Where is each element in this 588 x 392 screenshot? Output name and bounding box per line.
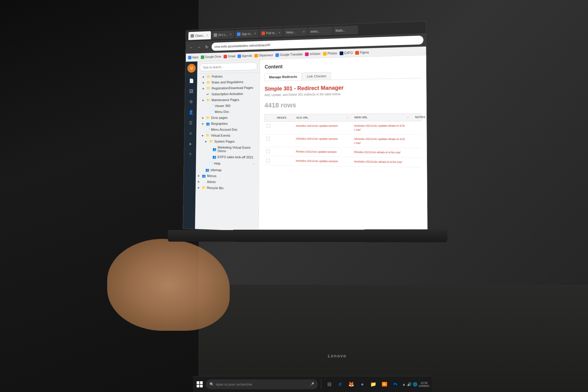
sidebar-icon-settings[interactable]: ⚙ <box>186 97 196 107</box>
bookmark-depanneur[interactable]: Dépanneur <box>254 53 273 57</box>
browser-tab-2[interactable]: (9+) L... ✕ <box>212 30 234 39</box>
tab-close-5[interactable]: ✕ <box>303 30 305 33</box>
folder-icon-policies: 📁 <box>207 75 211 78</box>
row-regex-4 <box>277 159 295 159</box>
row-new-url-3[interactable]: /fr/esko-2021/c4c-whats-in-it-for-me/ <box>354 150 406 155</box>
tree-item-error[interactable]: ▶ 📁 Error pages <box>197 115 259 121</box>
sys-clock: 12:34 12/05/21 <box>419 381 429 387</box>
sidebar-icon-content[interactable]: 📄 <box>186 76 196 85</box>
tab-label-7: Mails... <box>336 28 345 32</box>
search-box <box>197 60 260 74</box>
taskbar-app-photoshop[interactable]: Ps <box>390 379 400 389</box>
row-checkbox-2[interactable] <box>266 137 270 141</box>
reload-button[interactable]: ↻ <box>204 44 210 51</box>
sys-network-icon[interactable]: 🌐 <box>413 382 417 386</box>
row-checkbox-3[interactable] <box>266 150 270 153</box>
sys-volume-icon[interactable]: 🔊 <box>407 382 412 386</box>
folder-icon-rules: 📁 <box>207 81 211 84</box>
sort-old-url[interactable]: ↕ <box>347 116 353 119</box>
row-new-url-4[interactable]: /en/esko-2021/c4c-whats-in-it-for-me/ <box>354 160 406 164</box>
windows-start-button[interactable] <box>195 380 204 389</box>
tree-item-recycle[interactable]: ▶ 📁 Recycle Bin <box>195 184 258 192</box>
browser-tab-5[interactable]: Velso... ✕ <box>284 27 307 36</box>
bookmark-invision[interactable]: InVision <box>305 52 320 56</box>
browser-tab-3[interactable]: Sign in... ✕ <box>235 29 258 39</box>
col-header-new-url: NEW URL <box>354 115 406 119</box>
row-checkbox-4[interactable] <box>266 159 270 162</box>
back-button[interactable]: ← <box>188 44 194 51</box>
bookmark-gmail[interactable]: Gmail <box>224 55 235 58</box>
bookmark-label-translate: Google Translate <box>280 53 303 57</box>
tree-arrow-registration: ▶ <box>203 87 205 90</box>
tree-item-menudoc[interactable]: 📄 Menu Doc <box>197 108 259 115</box>
tab-favicon-3 <box>237 32 240 36</box>
browser-tab-7[interactable]: Mails... <box>333 25 358 35</box>
taskbar-search[interactable]: 🔍 taper ici pour rechercher 🎤 <box>206 379 318 389</box>
row-old-url-2[interactable]: /zh/esko-2021/c4c-update-session <box>296 137 345 141</box>
bookmark-favicon-apps <box>188 56 191 59</box>
tree-item-viewer360[interactable]: 📄 Viewer 360 <box>197 103 259 109</box>
sidebar-icon-deploy[interactable]: ➤ <box>185 139 195 149</box>
sidebar-icon-forms[interactable]: ☰ <box>186 118 196 127</box>
tree-item-help[interactable]: 📄 Help ··· <box>196 160 259 168</box>
bookmark-exfo[interactable]: EXFO <box>340 51 353 55</box>
sidebar-icon-users[interactable]: 👤 <box>186 107 196 117</box>
tab-close-3[interactable]: ✕ <box>254 32 256 35</box>
browser-tab-4[interactable]: Pull re... ✕ <box>259 28 283 38</box>
tree-label-maintenance: Maintenance Pages <box>211 98 257 102</box>
browser-tab-active[interactable]: Chanc... ✕ <box>188 31 211 40</box>
tree-item-virtualevents[interactable]: ▶ 📁 Virtual Events <box>196 132 259 138</box>
forward-button[interactable]: → <box>196 44 202 50</box>
bookmark-apps[interactable]: Apps <box>188 55 198 59</box>
rows-count: 4418 rows <box>264 100 421 109</box>
taskbar-app-illustrator[interactable]: Ai <box>379 379 389 389</box>
row-old-url-3[interactable]: /fr/esko-2021/c4c-update-session <box>296 150 345 154</box>
sys-tray-arrow[interactable]: ▲ <box>402 382 406 386</box>
tab-close-2[interactable]: ✕ <box>230 33 232 36</box>
row-old-url-1[interactable]: /es/esko-2021/c4c-update-session <box>296 124 345 128</box>
taskbar-mic-icon[interactable]: 🎤 <box>310 382 314 386</box>
tab-link-checker[interactable]: Link Checker <box>302 72 331 80</box>
sidebar-icon-list[interactable]: ≡ <box>185 129 195 138</box>
bookmark-figma[interactable]: Figma <box>355 51 369 55</box>
search-input[interactable] <box>199 62 257 71</box>
bookmark-agenda[interactable]: Agenda <box>238 54 252 58</box>
task-view-icon: ⊟ <box>327 381 331 387</box>
tab-manage-redirects[interactable]: Manage Redirects <box>265 73 302 81</box>
row-new-url-1[interactable]: /es/esko-2021/c4c-update-whats-in-it-for… <box>354 124 405 132</box>
tab-favicon-2 <box>214 33 217 37</box>
tree-label-rules: Rules and Regulations <box>212 80 257 84</box>
taskbar-app-task-view[interactable]: ⊟ <box>324 379 334 389</box>
folder-icon-systempages: 📁 <box>209 140 213 143</box>
taskbar-app-chrome[interactable]: ● <box>357 379 367 389</box>
tree-item-exfosales[interactable]: 👥 EXFO sales kick-off 2021 <box>196 154 259 160</box>
taskbar-app-explorer[interactable]: 📁 <box>368 379 378 389</box>
tab-close-icon[interactable]: ✕ <box>206 34 209 37</box>
tree-arrow-admin: ▶ <box>198 180 201 183</box>
tree-item-subscription[interactable]: ↩ Subscription Activation <box>197 91 260 97</box>
tree-item-maintenance[interactable]: ▶ 📁 Maintenance Pages <box>197 96 260 103</box>
tree-context-menu[interactable]: ··· <box>251 161 257 166</box>
tree-item-systempages[interactable]: ▶ 📁 System Pages <box>196 138 259 145</box>
bookmark-translate[interactable]: Google Translate <box>276 52 303 57</box>
browser-tab-6[interactable]: webs... <box>308 26 333 36</box>
tab-label-4: Pull re... <box>266 31 277 35</box>
sidebar-icon-help[interactable]: ? <box>185 150 195 159</box>
taskbar-app-firefox[interactable]: 🦊 <box>346 379 356 389</box>
tree-item-marketing[interactable]: 👥 Marketing Virtual Event Demo <box>196 144 259 154</box>
laptop-screen: Chanc... ✕ (9+) L... ✕ Sign in... ✕ Pull… <box>183 21 428 238</box>
taskbar-sep-1 <box>321 379 321 389</box>
bookmark-photos[interactable]: Photos <box>323 51 337 55</box>
bookmark-drive[interactable]: Google Drive <box>201 55 221 59</box>
row-old-url-4[interactable]: /en/esko-2021/c4c-update-session <box>296 159 345 164</box>
row-checkbox-1[interactable] <box>267 124 270 128</box>
sidebar-icon-media[interactable]: 🖼 <box>186 86 196 96</box>
tab-close-4[interactable]: ✕ <box>278 31 281 34</box>
tree-item-biographies[interactable]: ▶ 👥 Biographies <box>197 120 259 126</box>
row-new-url-2[interactable]: /zh/esko-2021/c4c-update-whats-in-it-for… <box>354 137 405 145</box>
folder-icon-virtualevents: 📁 <box>206 134 210 137</box>
table-header: REGEX OLD URL ↕ NEW URL ↕ NOTES <box>264 113 421 122</box>
taskbar-app-edge[interactable]: e <box>335 379 345 389</box>
sort-new-url[interactable]: ↕ <box>407 115 414 119</box>
tree-item-menuaccountdoc[interactable]: 📄 Menu Account Doc <box>196 126 259 133</box>
